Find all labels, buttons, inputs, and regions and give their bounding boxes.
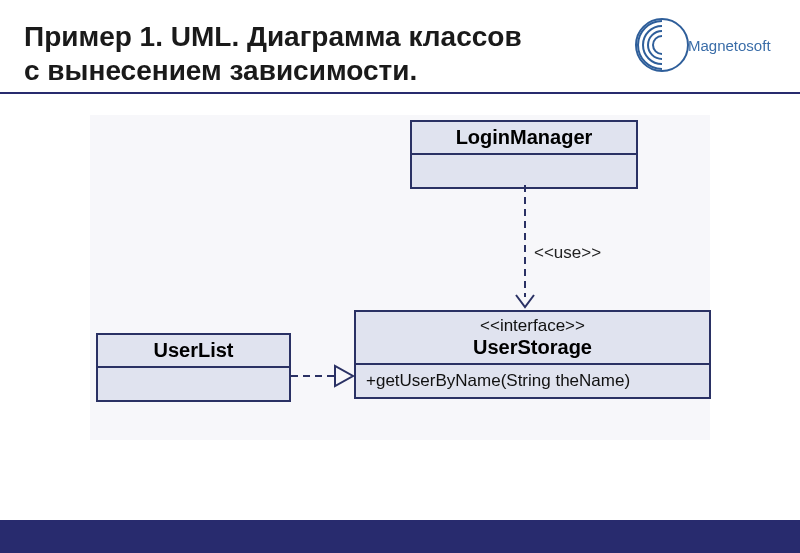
uml-diagram: LoginManager UserList <<interface>> User… bbox=[90, 115, 710, 440]
company-logo: Magnetosoft bbox=[626, 12, 776, 78]
title-line-2: с вынесением зависимости. bbox=[24, 55, 417, 86]
class-body-empty bbox=[412, 155, 636, 187]
svg-text:Magnetosoft: Magnetosoft bbox=[688, 37, 771, 54]
svg-marker-4 bbox=[335, 366, 353, 386]
title-line-1: Пример 1. UML. Диаграмма классов bbox=[24, 21, 522, 52]
class-name: UserStorage bbox=[364, 336, 701, 359]
header-underline bbox=[0, 92, 800, 94]
class-stereotype: <<interface>> bbox=[364, 316, 701, 336]
relation-realization bbox=[291, 361, 357, 391]
slide-title: Пример 1. UML. Диаграмма классов с вынес… bbox=[24, 20, 604, 87]
class-name: UserList bbox=[106, 339, 281, 362]
class-body-empty bbox=[98, 368, 289, 400]
footer-bar bbox=[0, 520, 800, 553]
class-name: LoginManager bbox=[420, 126, 628, 149]
uml-class-loginmanager: LoginManager bbox=[410, 120, 638, 189]
relation-use-label: <<use>> bbox=[534, 243, 601, 263]
uml-class-userlist: UserList bbox=[96, 333, 291, 402]
slide-header: Пример 1. UML. Диаграмма классов с вынес… bbox=[0, 0, 800, 94]
uml-class-userstorage: <<interface>> UserStorage +getUserByName… bbox=[354, 310, 711, 399]
class-operation: +getUserByName(String theName) bbox=[356, 365, 709, 397]
